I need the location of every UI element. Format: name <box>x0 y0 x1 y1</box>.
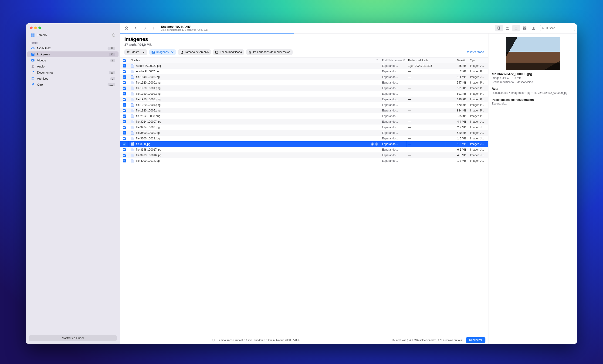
table-row[interactable]: file 1920...0001.pngEsperando...—561 KBI… <box>120 85 488 91</box>
file-size: 561 KB <box>446 85 468 91</box>
table-row[interactable]: file 1848...0005.jpgEsperando...—1,1 MBI… <box>120 74 488 80</box>
pill-recovery-label: Posibilidades de recuperación <box>253 50 290 54</box>
minimize-button[interactable] <box>34 26 37 29</box>
row-checkbox[interactable] <box>123 92 126 95</box>
home-button[interactable] <box>122 25 130 31</box>
table-row[interactable]: file 4000...0014.jpgEsperando...—1,3 MBI… <box>120 158 488 164</box>
reset-filters-link[interactable]: Resetear todo <box>466 50 484 54</box>
file-type: Imagen J... <box>468 130 488 136</box>
file-type: Imagen J... <box>468 147 488 152</box>
row-checkbox[interactable] <box>123 131 126 135</box>
sidebar-dashboard[interactable]: Tablero <box>27 32 118 38</box>
row-checkbox[interactable] <box>123 70 126 73</box>
sidebar-item-label: Videos <box>37 59 46 62</box>
view-folder-button[interactable] <box>504 25 511 31</box>
calendar-icon <box>215 51 218 54</box>
search-field[interactable] <box>540 25 575 31</box>
table-row[interactable]: file 1920...0002.pngEsperando...—691 KBI… <box>120 91 488 97</box>
file-name: file 1848...0005.jpg <box>136 75 160 79</box>
col-name[interactable]: Nombre⌃ <box>129 57 380 63</box>
file-size: 547 KB <box>446 80 468 85</box>
file-type: Imagen P... <box>468 113 488 119</box>
select-all-checkbox[interactable] <box>123 59 126 62</box>
filter-show-button[interactable]: Mostr... <box>124 49 147 55</box>
table-row[interactable]: file 3600...0009.jpgEsperando...—580 KBI… <box>120 130 488 136</box>
sidebar-item-other[interactable]: Otro102 <box>27 82 118 88</box>
pill-filesize[interactable]: Tamaño de Archivo <box>178 49 211 55</box>
table-row[interactable]: file 256x...0008.pngEsperando...—35 KBIm… <box>120 113 488 119</box>
table-row[interactable]: file 3648...00017.jpgEsperando...—6,2 MB… <box>120 147 488 152</box>
table-row[interactable]: file 1920...0004.pngEsperando...—570 KBI… <box>120 102 488 108</box>
filetype-icon <box>131 70 134 73</box>
sidebar-item-doc[interactable]: Documentos29 <box>27 69 118 75</box>
back-button[interactable] <box>132 25 140 31</box>
close-button[interactable] <box>30 26 33 29</box>
file-size: 2 KB <box>446 69 468 74</box>
table-row[interactable]: file 1920...0005.pngEsperando...—834 KBI… <box>120 108 488 113</box>
file-prob: Esperando... <box>380 108 406 113</box>
pill-recovery[interactable]: Posibilidades de recuperación <box>246 49 293 55</box>
col-prob[interactable]: Posibilida...uperación <box>380 57 406 63</box>
view-icons-button[interactable] <box>495 25 503 31</box>
file-date: — <box>406 85 446 91</box>
view-columns-button[interactable] <box>529 25 537 31</box>
table-row[interactable]: file 3933...00016.jpgEsperando...—4,5 MB… <box>120 152 488 158</box>
chip-images[interactable]: Imágenes <box>149 49 176 55</box>
row-checkbox[interactable] <box>123 75 126 79</box>
row-checkbox[interactable] <box>123 154 126 157</box>
doc-icon <box>31 71 35 74</box>
view-list-button[interactable] <box>512 25 520 31</box>
filetype-icon <box>131 126 134 129</box>
close-icon[interactable] <box>171 51 174 54</box>
filetype-icon <box>131 154 134 157</box>
row-checkbox[interactable] <box>123 64 126 68</box>
pause-button[interactable] <box>151 25 158 31</box>
table-row[interactable]: file 3264...0006.jpgEsperando...—2,7 MBI… <box>120 125 488 130</box>
show-in-finder-button[interactable]: Mostrar en Finder <box>29 335 117 341</box>
spinner-icon <box>212 339 215 341</box>
row-checkbox[interactable] <box>123 98 126 101</box>
row-checkbox[interactable] <box>123 137 126 140</box>
col-type[interactable]: Tipo <box>468 57 488 63</box>
svg-point-9 <box>32 67 33 68</box>
file-table[interactable]: Nombre⌃ Posibilida...uperación Fecha mod… <box>120 57 488 336</box>
table-row[interactable]: file 3600...0022.jpgEsperando...—1,5 MBI… <box>120 136 488 141</box>
recover-button[interactable]: Recuperar <box>466 337 486 343</box>
row-checkbox[interactable] <box>123 120 126 123</box>
row-checkbox[interactable] <box>123 126 126 129</box>
table-row[interactable]: Adobe P...0007.pngEsperando...—2 KBImage… <box>120 69 488 74</box>
table-row[interactable]: file 3024...00007.jpgEsperando...—4,4 MB… <box>120 119 488 125</box>
sidebar-item-image[interactable]: Imágenes37 <box>27 51 118 57</box>
file-size: 6,2 MB <box>446 147 468 152</box>
row-checkbox[interactable] <box>123 159 126 162</box>
row-checkbox[interactable] <box>123 148 126 151</box>
scan-title: Escaneo "NO NAME" <box>161 25 208 28</box>
file-prob: Esperando... <box>380 136 406 141</box>
row-checkbox[interactable] <box>123 142 126 146</box>
file-date: — <box>406 147 446 152</box>
row-checkbox[interactable] <box>123 103 126 107</box>
col-size[interactable]: Tamaño <box>446 57 468 63</box>
row-checkbox[interactable] <box>123 109 126 112</box>
file-name: file 1920...0000.png <box>136 81 160 84</box>
forward-button[interactable] <box>141 25 149 31</box>
maximize-button[interactable] <box>38 26 41 29</box>
table-row[interactable]: Adobe P...00023.jpgEsperando...1 jun 200… <box>120 63 488 69</box>
row-checkbox[interactable] <box>123 114 126 118</box>
table-row[interactable]: file 1920...0000.pngEsperando...—547 KBI… <box>120 80 488 85</box>
sidebar-item-drive[interactable]: NO NAME176 <box>27 46 118 51</box>
sidebar-item-video[interactable]: Videos6 <box>27 57 118 63</box>
status-text: Tiempo transcurrido 0 h 1 min, quedan 0 … <box>217 339 301 341</box>
sidebar-item-audio[interactable]: Audio <box>27 64 118 69</box>
sidebar-item-archive[interactable]: Archivos2 <box>27 76 118 81</box>
table-row[interactable]: file 3...0.jpg◉#Esperando...—1,5 MBImage… <box>120 141 488 147</box>
row-checkbox[interactable] <box>123 87 126 90</box>
view-grid-button[interactable] <box>521 25 529 31</box>
search-input[interactable] <box>546 26 573 30</box>
file-type: Imagen J... <box>468 119 488 125</box>
table-row[interactable]: file 1920...0003.pngEsperando...—690 KBI… <box>120 97 488 102</box>
row-checkbox[interactable] <box>123 81 126 84</box>
pill-date[interactable]: Fecha modificada <box>213 49 244 55</box>
col-date[interactable]: Fecha modificada <box>406 57 446 63</box>
details-subtitle: Imagen JPEG – 1,5 MB <box>492 76 574 80</box>
